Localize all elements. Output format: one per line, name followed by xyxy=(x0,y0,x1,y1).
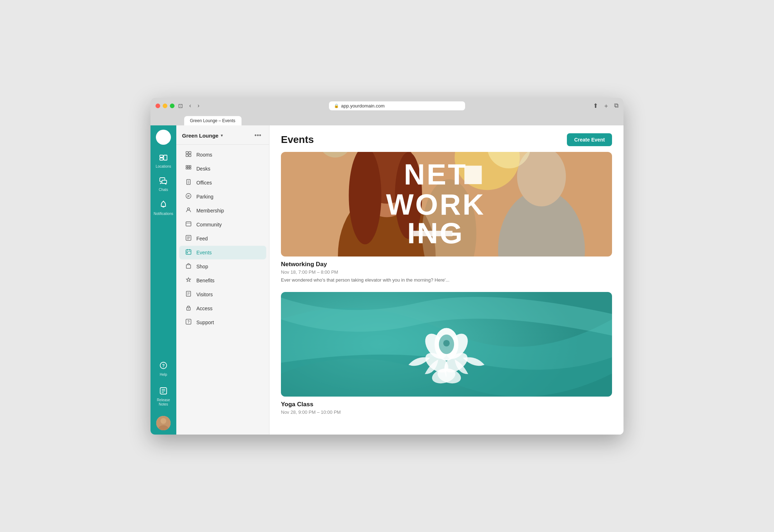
nav-label-support: Support xyxy=(196,320,214,325)
traffic-lights xyxy=(156,104,175,108)
community-icon xyxy=(185,221,192,228)
svg-point-34 xyxy=(187,208,190,210)
forward-button[interactable]: › xyxy=(196,102,201,109)
offices-icon xyxy=(185,179,192,186)
visitors-icon xyxy=(185,291,192,298)
svg-rect-46 xyxy=(186,265,191,268)
events-icon xyxy=(185,249,192,256)
nav-item-access[interactable]: Access xyxy=(179,302,266,315)
icon-rail: Locations Chats xyxy=(150,125,176,435)
nav-label-membership: Membership xyxy=(196,208,224,214)
sidebar-item-chats[interactable]: Chats xyxy=(152,174,175,196)
event-name-networking: Networking Day xyxy=(281,261,612,268)
svg-rect-24 xyxy=(190,166,191,167)
svg-point-16 xyxy=(161,418,166,424)
page-title: Events xyxy=(281,134,314,145)
svg-rect-25 xyxy=(186,168,187,169)
nav-item-benefits[interactable]: Benefits xyxy=(179,274,266,287)
maximize-button[interactable] xyxy=(170,104,175,108)
nav-label-benefits: Benefits xyxy=(196,278,215,283)
nav-item-feed[interactable]: Feed xyxy=(179,232,266,245)
svg-rect-5 xyxy=(164,155,167,160)
svg-rect-22 xyxy=(186,166,187,167)
svg-rect-7 xyxy=(162,180,167,183)
svg-rect-68 xyxy=(464,166,482,184)
help-icon: ? xyxy=(159,361,167,371)
url-bar[interactable]: 🔒 app.yourdomain.com xyxy=(329,101,465,110)
share-button[interactable]: ⬆ xyxy=(593,102,598,110)
sidebar-item-locations[interactable]: Locations xyxy=(152,151,175,172)
main-header: Events Create Event xyxy=(269,125,624,152)
event-date-yoga: Nov 28, 9:00 PM – 10:00 PM xyxy=(281,409,612,415)
nav-label-desks: Desks xyxy=(196,166,210,172)
nav-item-community[interactable]: Community xyxy=(179,218,266,231)
nav-label-offices: Offices xyxy=(196,180,212,186)
release-notes-label: Release Notes xyxy=(155,398,172,407)
nav-item-visitors[interactable]: Visitors xyxy=(179,288,266,301)
close-button[interactable] xyxy=(156,104,160,108)
nav-item-events[interactable]: Events xyxy=(179,246,266,259)
back-button[interactable]: ‹ xyxy=(188,102,192,109)
event-card-yoga-class[interactable]: Yoga Class Nov 28, 9:00 PM – 10:00 PM xyxy=(281,292,612,417)
sidebar-header: Green Lounge ▾ ••• xyxy=(176,125,269,145)
events-list: NET WORK ING Networking Day Nov 18, 7:00… xyxy=(269,152,624,435)
svg-rect-20 xyxy=(186,154,188,157)
feed-icon xyxy=(185,235,192,242)
sidebar-item-release-notes[interactable]: Release Notes xyxy=(152,383,175,410)
svg-text:P: P xyxy=(187,195,190,198)
svg-rect-27 xyxy=(190,168,191,169)
desks-icon xyxy=(185,165,192,172)
event-date-networking: Nov 18, 7:00 PM – 8:00 PM xyxy=(281,269,612,275)
access-icon xyxy=(185,305,192,312)
svg-point-52 xyxy=(188,308,189,309)
active-tab[interactable]: Green Lounge – Events xyxy=(184,116,242,125)
nav-label-shop: Shop xyxy=(196,264,208,269)
locations-label: Locations xyxy=(156,164,171,169)
nav-item-parking[interactable]: P Parking xyxy=(179,190,266,203)
svg-text:?: ? xyxy=(187,320,190,324)
support-icon: ? xyxy=(185,319,192,326)
tabs-button[interactable]: ⧉ xyxy=(614,102,618,109)
nav-label-visitors: Visitors xyxy=(196,292,213,297)
notifications-icon xyxy=(160,201,167,210)
rooms-icon xyxy=(185,151,192,158)
app-logo[interactable] xyxy=(156,130,171,145)
create-event-button[interactable]: Create Event xyxy=(567,133,612,146)
svg-rect-35 xyxy=(186,222,191,226)
nav-item-desks[interactable]: Desks xyxy=(179,162,266,176)
sidebar-item-notifications[interactable]: Notifications xyxy=(152,197,175,220)
sidebar: Green Lounge ▾ ••• Rooms Desks xyxy=(176,125,269,435)
svg-rect-45 xyxy=(187,252,188,253)
nav-item-rooms[interactable]: Rooms xyxy=(179,148,266,162)
main-content: Events Create Event xyxy=(269,125,624,435)
svg-rect-26 xyxy=(188,168,189,169)
svg-text:NET: NET xyxy=(404,158,467,191)
minimize-button[interactable] xyxy=(163,104,167,108)
nav-label-community: Community xyxy=(196,222,222,227)
svg-rect-4 xyxy=(160,158,163,160)
user-avatar[interactable] xyxy=(156,416,171,430)
help-label: Help xyxy=(160,373,167,377)
event-card-networking-day[interactable]: NET WORK ING Networking Day Nov 18, 7:00… xyxy=(281,152,612,283)
event-name-yoga: Yoga Class xyxy=(281,401,612,408)
sidebar-item-help[interactable]: ? Help xyxy=(152,358,175,380)
notifications-label: Notifications xyxy=(154,212,173,216)
new-tab-button[interactable]: ＋ xyxy=(603,102,609,110)
sidebar-more-button[interactable]: ••• xyxy=(252,131,263,140)
svg-rect-3 xyxy=(160,155,163,157)
lock-icon: 🔒 xyxy=(334,104,339,108)
nav-item-membership[interactable]: Membership xyxy=(179,204,266,217)
nav-item-support[interactable]: ? Support xyxy=(179,316,266,329)
workspace-name: Green Lounge xyxy=(182,133,219,139)
parking-icon: P xyxy=(185,193,192,200)
benefits-icon xyxy=(185,277,192,284)
svg-rect-18 xyxy=(186,152,188,154)
sidebar-toggle-button[interactable]: ⊡ xyxy=(178,102,183,109)
sidebar-nav: Rooms Desks Offices P xyxy=(176,145,269,435)
nav-item-offices[interactable]: Offices xyxy=(179,176,266,190)
workspace-selector[interactable]: Green Lounge ▾ xyxy=(182,133,223,139)
nav-item-shop[interactable]: Shop xyxy=(179,260,266,273)
event-image-yoga xyxy=(281,292,612,397)
svg-text:WORK: WORK xyxy=(386,188,485,220)
url-text: app.yourdomain.com xyxy=(341,103,384,109)
